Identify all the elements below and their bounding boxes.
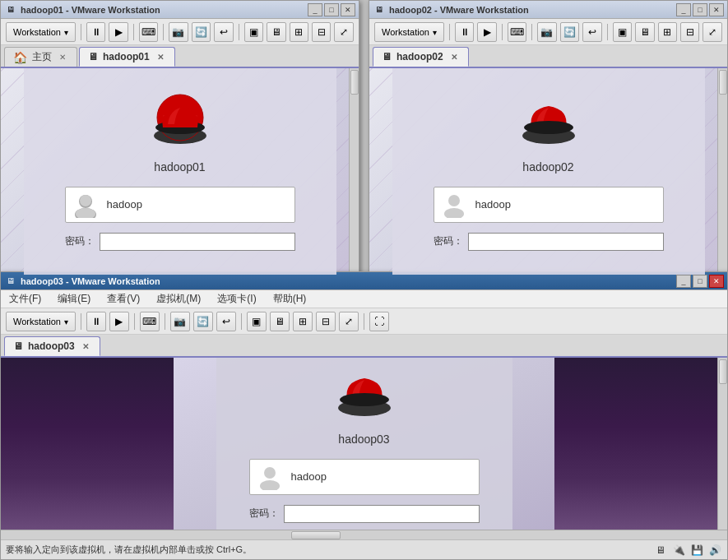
view2-btn[interactable]: 🖥 bbox=[267, 22, 285, 42]
view5-btn-w3[interactable]: ⤢ bbox=[339, 312, 359, 331]
send-ctrl-btn-hadoop03[interactable]: ⌨ bbox=[140, 312, 160, 331]
snap2-btn-w3[interactable]: 🔄 bbox=[193, 312, 213, 331]
view4-btn-w2[interactable]: ⊟ bbox=[680, 22, 699, 42]
tab-close-hadoop03[interactable]: ✕ bbox=[80, 340, 91, 352]
snap1-btn-w3[interactable]: 📷 bbox=[170, 312, 190, 331]
fullscreen-btn-hadoop03[interactable]: ⛶ bbox=[369, 312, 389, 331]
svg-point-15 bbox=[260, 480, 280, 490]
svg-point-7 bbox=[76, 208, 95, 218]
maximize-btn-hadoop03[interactable]: □ bbox=[693, 275, 707, 288]
view3-btn-w3[interactable]: ⊞ bbox=[293, 312, 313, 331]
maximize-btn-hadoop01[interactable]: □ bbox=[324, 3, 339, 16]
scrollbar-thumb-hadoop01[interactable] bbox=[350, 70, 359, 95]
user-select-hadoop03[interactable]: hadoop bbox=[249, 459, 480, 495]
password-input-hadoop03[interactable] bbox=[284, 505, 480, 523]
workstation-chevron-hadoop01 bbox=[64, 27, 68, 37]
snap2-btn-w2[interactable]: 🔄 bbox=[560, 22, 579, 42]
svg-point-9 bbox=[524, 121, 573, 134]
menu-view[interactable]: 查看(V) bbox=[102, 290, 145, 308]
display-hadoop01[interactable]: hadoop01 hadoop 密码： bbox=[1, 68, 359, 275]
sep2-w3 bbox=[134, 313, 135, 330]
title-bar-hadoop01: 🖥 hadoop01 - VMware Workstation _ □ ✕ bbox=[1, 1, 359, 19]
view2-btn-w2[interactable]: 🖥 bbox=[635, 22, 654, 42]
play-btn-hadoop03[interactable]: ▶ bbox=[109, 312, 129, 331]
snap3-btn-w2[interactable]: ↩ bbox=[582, 22, 601, 42]
scrollbar-thumb-hadoop02[interactable] bbox=[719, 70, 727, 95]
sep1 bbox=[81, 24, 81, 40]
workstation-btn-hadoop01[interactable]: Workstation bbox=[6, 22, 76, 42]
tab-hadoop01[interactable]: 🖥 hadoop01 ✕ bbox=[79, 47, 175, 67]
sep3 bbox=[163, 24, 164, 40]
tab-hadoop02[interactable]: 🖥 hadoop02 ✕ bbox=[373, 47, 469, 67]
display-hadoop03[interactable]: hadoop03 hadoop 密码： bbox=[1, 358, 727, 530]
login-screen-hadoop02[interactable]: hadoop02 hadoop 密码： bbox=[369, 68, 727, 275]
snap2-btn[interactable]: 🔄 bbox=[192, 22, 211, 42]
h-scrollbar-hadoop03[interactable] bbox=[1, 530, 727, 539]
send-ctrl-btn-hadoop02[interactable]: ⌨ bbox=[508, 22, 526, 42]
login-screen-hadoop01[interactable]: hadoop01 hadoop 密码： bbox=[1, 68, 359, 275]
menu-help[interactable]: 帮助(H) bbox=[268, 290, 312, 308]
center-login-hadoop03[interactable]: hadoop03 hadoop 密码： bbox=[174, 358, 554, 530]
menu-file[interactable]: 文件(F) bbox=[4, 290, 46, 308]
password-input-hadoop02[interactable] bbox=[468, 233, 664, 251]
view1-btn-w3[interactable]: ▣ bbox=[247, 312, 267, 331]
title-controls-hadoop01: _ □ ✕ bbox=[308, 3, 355, 16]
view2-btn-w3[interactable]: 🖥 bbox=[270, 312, 290, 331]
sep3-w3 bbox=[165, 313, 165, 330]
scrollbar-hadoop01[interactable] bbox=[349, 68, 359, 275]
workstation-btn-hadoop02[interactable]: Workstation bbox=[374, 22, 444, 42]
close-btn-hadoop02[interactable]: ✕ bbox=[709, 3, 724, 16]
minimize-btn-hadoop01[interactable]: _ bbox=[308, 3, 322, 16]
view3-btn-w2[interactable]: ⊞ bbox=[658, 22, 677, 42]
play-btn-hadoop02[interactable]: ▶ bbox=[477, 22, 496, 42]
h-scrollbar-thumb-hadoop03[interactable] bbox=[291, 531, 341, 539]
user-avatar-hadoop03 bbox=[257, 464, 283, 490]
snap1-btn[interactable]: 📷 bbox=[169, 22, 188, 42]
view4-btn-w3[interactable]: ⊟ bbox=[316, 312, 336, 331]
view3-btn[interactable]: ⊞ bbox=[290, 22, 308, 42]
window-hadoop02[interactable]: 🖥 hadoop02 - VMware Workstation _ □ ✕ Wo… bbox=[369, 0, 728, 275]
password-input-hadoop01[interactable] bbox=[100, 233, 295, 251]
menu-edit[interactable]: 编辑(E) bbox=[53, 290, 95, 308]
minimize-btn-hadoop03[interactable]: _ bbox=[676, 275, 691, 288]
window-hadoop03[interactable]: 🖥 hadoop03 - VMware Workstation _ □ ✕ 文件… bbox=[0, 271, 728, 560]
title-text-hadoop01: hadoop01 - VMware Workstation bbox=[21, 5, 308, 15]
view1-btn[interactable]: ▣ bbox=[244, 22, 263, 42]
workstation-chevron-hadoop03 bbox=[64, 317, 68, 326]
maximize-btn-hadoop02[interactable]: □ bbox=[693, 3, 707, 16]
scrollbar-thumb-hadoop03[interactable] bbox=[719, 359, 727, 384]
tab-home-hadoop01[interactable]: 🏠 主页 ✕ bbox=[4, 47, 77, 67]
snap1-btn-w2[interactable]: 📷 bbox=[537, 22, 556, 42]
pause-btn-hadoop01[interactable]: ⏸ bbox=[86, 22, 105, 42]
view4-btn[interactable]: ⊟ bbox=[312, 22, 331, 42]
view5-btn-w2[interactable]: ⤢ bbox=[702, 22, 721, 42]
view5-btn[interactable]: ⤢ bbox=[334, 22, 353, 42]
win1-content: Workstation ⏸ ▶ ⌨ 📷 🔄 ↩ ▣ 🖥 ⊞ ⊟ ⤢ 🏠 主页 ✕ bbox=[1, 19, 359, 275]
sep1-w3 bbox=[81, 313, 81, 330]
scrollbar-hadoop03[interactable] bbox=[717, 358, 727, 530]
user-select-hadoop02[interactable]: hadoop bbox=[434, 187, 664, 223]
user-select-hadoop01[interactable]: hadoop bbox=[65, 187, 295, 223]
tab-close-hadoop02[interactable]: ✕ bbox=[448, 51, 460, 62]
scrollbar-hadoop02[interactable] bbox=[717, 68, 727, 275]
view1-btn-w2[interactable]: ▣ bbox=[613, 22, 632, 42]
tab-bar-hadoop01: 🏠 主页 ✕ 🖥 hadoop01 ✕ bbox=[1, 45, 359, 68]
send-ctrl-btn-hadoop01[interactable]: ⌨ bbox=[139, 22, 158, 42]
pause-btn-hadoop03[interactable]: ⏸ bbox=[86, 312, 106, 331]
workstation-btn-hadoop03[interactable]: Workstation bbox=[6, 312, 76, 331]
menu-vm[interactable]: 虚拟机(M) bbox=[151, 290, 206, 308]
play-btn-hadoop01[interactable]: ▶ bbox=[109, 22, 128, 42]
tab-close-hadoop01[interactable]: ✕ bbox=[155, 51, 166, 62]
display-hadoop02[interactable]: hadoop02 hadoop 密码： bbox=[369, 68, 727, 275]
tab-hadoop03[interactable]: 🖥 hadoop03 ✕ bbox=[4, 336, 100, 356]
close-btn-hadoop01[interactable]: ✕ bbox=[341, 3, 355, 16]
tab-close-home-hadoop01[interactable]: ✕ bbox=[57, 52, 68, 63]
menu-tabs[interactable]: 选项卡(I) bbox=[212, 290, 261, 308]
snap3-btn[interactable]: ↩ bbox=[214, 22, 233, 42]
snap3-btn-w3[interactable]: ↩ bbox=[216, 312, 236, 331]
close-btn-hadoop03[interactable]: ✕ bbox=[709, 275, 724, 288]
window-hadoop01[interactable]: 🖥 hadoop01 - VMware Workstation _ □ ✕ Wo… bbox=[0, 0, 359, 275]
pause-btn-hadoop02[interactable]: ⏸ bbox=[455, 22, 474, 42]
minimize-btn-hadoop02[interactable]: _ bbox=[676, 3, 691, 16]
status-icons-hadoop03: 🖥 🔌 💾 🔊 bbox=[653, 543, 722, 558]
